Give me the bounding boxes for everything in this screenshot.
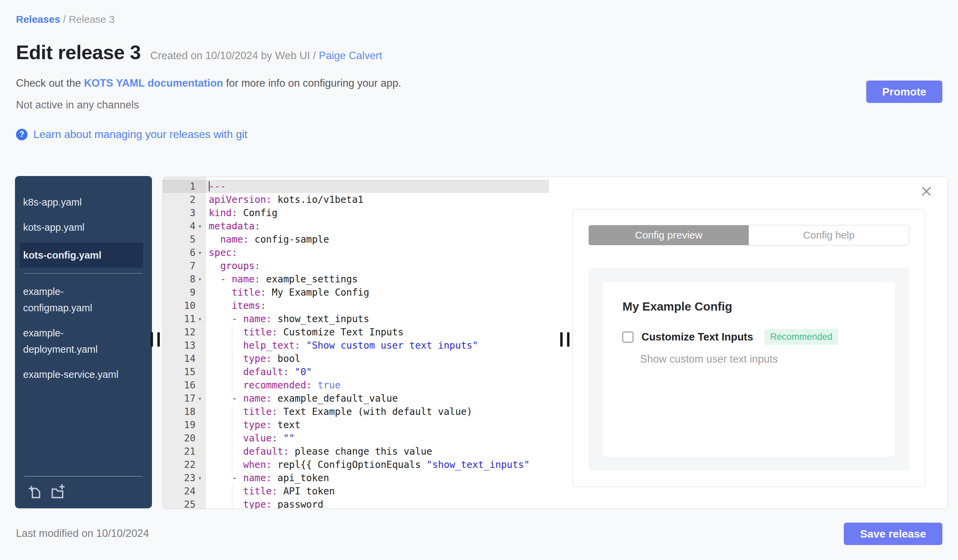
- pane-resize-handle-right[interactable]: [560, 332, 569, 346]
- line-number: 13: [163, 339, 206, 352]
- git-help-link[interactable]: ? Learn about managing your releases wit…: [16, 128, 942, 141]
- save-release-button[interactable]: Save release: [844, 523, 942, 545]
- code-line-24[interactable]: 24 title: API token: [163, 484, 549, 498]
- breadcrumb: Releases / Release 3: [16, 14, 942, 25]
- sidebar-actions: [24, 476, 143, 500]
- config-group-card: My Example Config Customize Text Inputs …: [603, 282, 895, 457]
- page-title: Edit release 3: [16, 41, 141, 63]
- config-item-checkbox[interactable]: [622, 332, 633, 343]
- code-line-11[interactable]: 11▾ - name: show_text_inputs: [163, 312, 549, 326]
- breadcrumb-current: Release 3: [69, 14, 114, 25]
- channel-status: Not active in any channels: [16, 99, 942, 111]
- code-line-17[interactable]: 17▾ - name: example_default_value: [163, 392, 549, 405]
- fold-arrow-icon[interactable]: ▾: [195, 312, 204, 326]
- code-line-8[interactable]: 8▾ - name: example_settings: [163, 272, 549, 286]
- new-folder-icon: [50, 484, 65, 500]
- code-line-4[interactable]: 4▾metadata:: [163, 220, 549, 233]
- preview-tabs: Config previewConfig help: [588, 225, 909, 245]
- line-number: 17▾: [163, 392, 206, 405]
- doc-note-suffix: for more info on configuring your app.: [223, 77, 401, 89]
- fold-arrow-icon[interactable]: ▾: [195, 246, 204, 259]
- code-line-25[interactable]: 25 type: password: [163, 498, 549, 509]
- preview-body: My Example Config Customize Text Inputs …: [588, 268, 909, 471]
- code-line-23[interactable]: 23▾ - name: api_token: [163, 471, 549, 484]
- code-line-7[interactable]: 7 groups:: [163, 259, 549, 272]
- close-preview-button[interactable]: [920, 185, 933, 198]
- code-line-19[interactable]: 19 type: text: [163, 418, 549, 432]
- code-line-20[interactable]: 20 value: "": [163, 432, 549, 445]
- line-number: 18: [163, 405, 206, 418]
- fold-arrow-icon[interactable]: ▾: [195, 272, 204, 286]
- fold-arrow-icon[interactable]: ▾: [195, 220, 204, 233]
- config-item-row: Customize Text Inputs Recommended: [622, 329, 875, 345]
- line-number: 9: [163, 286, 206, 299]
- sidebar-file-example-deployment.yaml[interactable]: example-deployment.yaml: [15, 320, 152, 362]
- line-number: 3: [163, 206, 206, 220]
- code-line-18[interactable]: 18 title: Text Example (with default val…: [163, 405, 549, 418]
- sidebar-file-example-configmap.yaml[interactable]: example-configmap.yaml: [15, 279, 152, 320]
- title-row: Edit release 3 Created on 10/10/2024 by …: [16, 41, 942, 63]
- line-number: 2: [163, 193, 206, 206]
- question-mark-icon: ?: [16, 129, 27, 140]
- tab-config-preview[interactable]: Config preview: [589, 225, 749, 245]
- fold-arrow-icon[interactable]: ▾: [195, 471, 204, 484]
- code-line-12[interactable]: 12 title: Customize Text Inputs: [163, 326, 549, 339]
- config-group-title: My Example Config: [622, 300, 875, 313]
- sidebar-file-kots-app.yaml[interactable]: kots-app.yaml: [15, 215, 152, 240]
- new-folder-button[interactable]: [50, 484, 65, 500]
- code-line-1[interactable]: 1---: [163, 180, 549, 193]
- close-icon: [920, 185, 933, 198]
- edit-release-page: Releases / Release 3 Edit release 3 Crea…: [0, 0, 958, 560]
- line-number: 12: [163, 326, 206, 339]
- code-line-3[interactable]: 3kind: Config: [163, 206, 549, 220]
- recommended-badge: Recommended: [764, 329, 837, 345]
- config-preview-pane: Config previewConfig help My Example Con…: [549, 177, 947, 509]
- code-line-2[interactable]: 2apiVersion: kots.io/v1beta1: [163, 193, 549, 206]
- code-line-21[interactable]: 21 default: please change this value: [163, 445, 549, 458]
- code-line-9[interactable]: 9 title: My Example Config: [163, 286, 549, 299]
- code-line-14[interactable]: 14 type: bool: [163, 352, 549, 365]
- kots-yaml-doc-link[interactable]: KOTS YAML documentation: [84, 77, 223, 89]
- code-line-5[interactable]: 5 name: config-sample: [163, 233, 549, 246]
- last-modified-text: Last modified on 10/10/2024: [16, 527, 149, 539]
- line-number: 11▾: [163, 312, 206, 326]
- line-number: 7: [163, 259, 206, 272]
- sidebar-file-kots-config.yaml[interactable]: kots-config.yaml: [20, 243, 143, 268]
- breadcrumb-releases-link[interactable]: Releases: [16, 14, 60, 25]
- code-line-22[interactable]: 22 when: repl{{ ConfigOptionEquals "show…: [163, 458, 549, 471]
- sidebar-file-example-service.yaml[interactable]: example-service.yaml: [15, 362, 152, 387]
- new-file-icon: [27, 484, 43, 500]
- pane-resize-handle-left[interactable]: [151, 332, 160, 346]
- code-line-16[interactable]: 16 recommended: true: [163, 378, 549, 392]
- created-info: Created on 10/10/2024 by Web UI / Paige …: [150, 50, 382, 62]
- sidebar-file-k8s-app.yaml[interactable]: k8s-app.yaml: [15, 190, 152, 215]
- promote-button[interactable]: Promote: [866, 81, 942, 103]
- editor-shell: 1---2apiVersion: kots.io/v1beta13kind: C…: [162, 177, 948, 509]
- breadcrumb-separator: /: [60, 14, 69, 25]
- line-number: 1: [163, 180, 206, 193]
- line-number: 22: [163, 458, 206, 471]
- line-number: 16: [163, 378, 206, 392]
- line-number: 25: [163, 498, 206, 509]
- line-number: 21: [163, 445, 206, 458]
- fold-arrow-icon[interactable]: ▾: [195, 392, 204, 405]
- line-number: 23▾: [163, 471, 206, 484]
- line-number: 15: [163, 365, 206, 378]
- created-author-link[interactable]: Paige Calvert: [319, 50, 382, 62]
- line-number: 8▾: [163, 272, 206, 286]
- sidebar-divider: [24, 273, 143, 274]
- config-preview-card: Config previewConfig help My Example Con…: [573, 209, 925, 487]
- code-editor[interactable]: 1---2apiVersion: kots.io/v1beta13kind: C…: [163, 177, 549, 509]
- line-number: 6▾: [163, 246, 206, 259]
- line-number: 24: [163, 484, 206, 498]
- file-sidebar: k8s-app.yamlkots-app.yamlkots-config.yam…: [15, 176, 152, 508]
- new-file-button[interactable]: [27, 484, 43, 500]
- code-line-15[interactable]: 15 default: "0": [163, 365, 549, 378]
- tab-config-help[interactable]: Config help: [749, 225, 909, 245]
- config-item-help-text: Show custom user text inputs: [640, 353, 875, 365]
- code-line-6[interactable]: 6▾spec:: [163, 246, 549, 259]
- code-line-13[interactable]: 13 help_text: "Show custom user text inp…: [163, 339, 549, 352]
- code-line-10[interactable]: 10 items:: [163, 299, 549, 312]
- line-number: 5: [163, 233, 206, 246]
- line-number: 14: [163, 352, 206, 365]
